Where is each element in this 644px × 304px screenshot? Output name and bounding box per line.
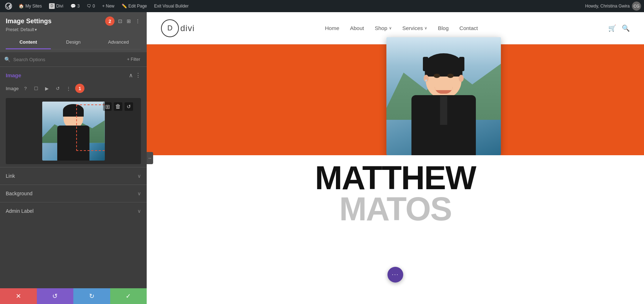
services-dropdown-icon: ∨: [424, 26, 427, 30]
admin-label-section: Admin Label ∨: [0, 202, 147, 220]
admin-label-title: Admin Label: [6, 208, 34, 214]
hero-section: [147, 44, 644, 155]
grid-icon[interactable]: ⊞: [103, 102, 112, 111]
background-section: Background ∨: [0, 185, 147, 202]
help-icon[interactable]: ?: [21, 84, 29, 92]
admin-bar-bubbles[interactable]: 🗨 0: [84, 0, 98, 12]
nav-services[interactable]: Services ∨: [402, 25, 428, 31]
search-input[interactable]: [13, 57, 122, 62]
link-section-header[interactable]: Link ∨: [0, 167, 147, 185]
divi-icon: D: [49, 3, 55, 9]
resize-icon[interactable]: ⊡: [117, 18, 123, 25]
filter-button[interactable]: + Filter: [125, 56, 142, 63]
admin-bar-right: Howdy, Christina Gwira CG: [585, 1, 641, 11]
pencil-icon: ✏️: [122, 4, 127, 9]
panel-header: Image Settings 2 ⊡ ⊞ ⋮ Preset: Default ▾…: [0, 12, 147, 52]
selection-overlay: [76, 104, 105, 151]
cancel-button[interactable]: ✕: [0, 288, 37, 304]
undo-image-icon[interactable]: ↺: [125, 102, 133, 111]
image-section-title: Image: [6, 72, 21, 78]
hero-person-image: [386, 37, 501, 155]
link-section: Link ∨: [0, 167, 147, 185]
left-panel: Image Settings 2 ⊡ ⊞ ⋮ Preset: Default ▾…: [0, 12, 147, 304]
panel-title-row: Image Settings 2 ⊡ ⊞ ⋮: [6, 16, 141, 26]
main-row: Image Settings 2 ⊡ ⊞ ⋮ Preset: Default ▾…: [0, 12, 644, 304]
user-avatar: CG: [632, 1, 641, 11]
search-bar: 🔍 + Filter: [0, 52, 147, 67]
bottom-actions: ✕ ↺ ↻ ✓: [0, 288, 147, 304]
admin-bar-left: 🏠 My Sites D Divi 💬 3 🗨 0 + New ✏️ Edit …: [3, 0, 191, 12]
panel-title-icons: 2 ⊡ ⊞ ⋮: [105, 16, 141, 26]
image-control-row: Image ? ☐ ▶ ↺ ⋮ 1: [0, 82, 147, 95]
panel-resize-handle[interactable]: ↔: [147, 152, 153, 164]
preset-row[interactable]: Preset: Default ▾: [6, 27, 141, 32]
admin-bar-my-sites[interactable]: 🏠 My Sites: [16, 0, 45, 12]
link-section-title: Link: [6, 173, 15, 179]
background-chevron-icon: ∨: [137, 191, 141, 196]
section-header-right: ∧ ⋮: [129, 72, 141, 79]
image-control-label: Image: [6, 86, 19, 91]
admin-bar-exit-builder[interactable]: Exit Visual Builder: [151, 0, 192, 12]
cart-icon[interactable]: 🛒: [608, 24, 616, 32]
image-preview-container[interactable]: ⊞ 🗑 ↺: [6, 98, 141, 164]
image-action-buttons: ⊞ 🗑 ↺: [103, 102, 133, 111]
background-section-title: Background: [6, 191, 33, 196]
admin-label-section-header[interactable]: Admin Label ∨: [0, 202, 147, 220]
image-preview: [42, 102, 105, 161]
tab-design[interactable]: Design: [51, 36, 96, 49]
section-collapse-icon[interactable]: ∧: [129, 72, 133, 79]
background-section-header[interactable]: Background ∨: [0, 185, 147, 202]
save-button[interactable]: ✓: [110, 288, 147, 304]
tab-advanced[interactable]: Advanced: [96, 36, 141, 49]
admin-bar-new[interactable]: + New: [99, 0, 117, 12]
hero-name-line1: MATTHEW: [315, 162, 475, 193]
fab-button[interactable]: ···: [387, 267, 403, 283]
panel-tabs: Content Design Advanced: [6, 36, 141, 49]
nav-home[interactable]: Home: [325, 25, 339, 31]
search-icon: 🔍: [4, 57, 10, 62]
bubble-icon: 🗨: [87, 4, 91, 9]
logo-name: divi: [180, 23, 195, 33]
comment-icon: 💬: [70, 4, 76, 9]
link-chevron-icon: ∨: [137, 173, 141, 179]
hero-name-line2: MATOS: [339, 193, 452, 225]
site-preview: D divi Home About Shop ∨ Services ∨: [147, 12, 644, 304]
tab-content[interactable]: Content: [6, 36, 51, 49]
cursor-icon[interactable]: ▶: [43, 84, 51, 92]
admin-bar-edit-page[interactable]: ✏️ Edit Page: [119, 0, 150, 12]
section-more-icon[interactable]: ⋮: [135, 72, 141, 79]
nav-about[interactable]: About: [350, 25, 364, 31]
admin-bar-howdy[interactable]: Howdy, Christina Gwira CG: [585, 1, 641, 11]
nav-shop[interactable]: Shop ∨: [375, 25, 391, 31]
site-nav-links: Home About Shop ∨ Services ∨ Blog Contac: [325, 25, 478, 31]
delete-icon[interactable]: 🗑: [114, 102, 122, 111]
step-badge-1: 1: [75, 84, 84, 93]
site-logo[interactable]: D divi: [161, 19, 195, 37]
wordpress-icon[interactable]: [3, 0, 14, 12]
shop-dropdown-icon: ∨: [389, 26, 392, 30]
nav-contact[interactable]: Contact: [459, 25, 478, 31]
admin-bar: 🏠 My Sites D Divi 💬 3 🗨 0 + New ✏️ Edit …: [0, 0, 644, 12]
step-badge-2: 2: [105, 16, 114, 26]
panel-body: Image ∧ ⋮ Image ? ☐ ▶ ↺ ⋮ 1: [0, 67, 147, 288]
logo-circle: D: [161, 19, 179, 37]
more-icon[interactable]: ⋮: [64, 84, 72, 92]
mobile-preview-icon[interactable]: ☐: [32, 84, 40, 92]
search-nav-icon[interactable]: 🔍: [622, 24, 630, 32]
content-area: MATTHEW MATOS ···: [147, 155, 644, 304]
admin-label-chevron-icon: ∨: [137, 208, 141, 214]
admin-bar-comments[interactable]: 💬 3: [68, 0, 83, 12]
more-options-icon[interactable]: ⋮: [135, 18, 141, 25]
nav-blog[interactable]: Blog: [438, 25, 449, 31]
redo-button[interactable]: ↻: [73, 288, 110, 304]
panel-title: Image Settings: [6, 18, 52, 25]
layout-icon[interactable]: ⊞: [126, 18, 132, 25]
undo-button[interactable]: ↺: [37, 288, 74, 304]
chevron-down-icon: ▾: [35, 27, 37, 32]
home-icon: 🏠: [19, 4, 24, 9]
admin-bar-divi[interactable]: D Divi: [46, 0, 66, 12]
nav-icons: 🛒 🔍: [608, 24, 630, 32]
image-section-header: Image ∧ ⋮: [0, 67, 147, 82]
reset-icon[interactable]: ↺: [54, 84, 62, 92]
